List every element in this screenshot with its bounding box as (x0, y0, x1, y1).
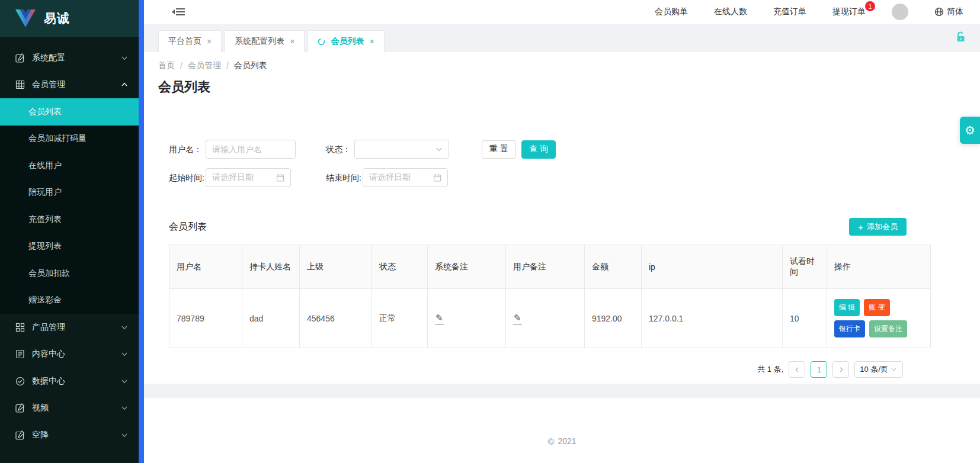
chevron-up-icon (121, 81, 128, 88)
sidebar-subitem-member-code-adjust[interactable]: 会员加减打码量 (0, 126, 139, 153)
plus-icon: + (858, 222, 863, 232)
tab-label: 平台首页 (168, 36, 201, 47)
chevron-down-icon (435, 146, 443, 153)
sidebar-scrollbar[interactable] (139, 0, 144, 463)
nav-member-orders[interactable]: 会员购单 (655, 7, 688, 17)
col-ip: ip (642, 245, 783, 289)
status-label: 状态： (326, 143, 354, 156)
sidebar-subitem-online-users[interactable]: 在线用户 (0, 152, 139, 179)
edit-pencil-icon[interactable]: ✎ (435, 313, 444, 324)
bank-card-button[interactable]: 银行卡 (834, 320, 865, 337)
tab-bar: 平台首页 × 系统配置列表 × 会员列表 × (144, 24, 980, 52)
breadcrumb: 首页 / 会员管理 / 会员列表 (158, 60, 966, 71)
submenu-label: 陪玩用户 (28, 187, 62, 198)
filter-row-1: 用户名： 状态： 重 置 查 询 (169, 140, 930, 159)
edit-square-icon (15, 53, 25, 63)
status-select[interactable] (354, 140, 449, 159)
check-circle-icon (15, 377, 25, 386)
prev-page-button[interactable] (789, 361, 805, 378)
sidebar-item-content-center[interactable]: 内容中心 (0, 341, 139, 368)
account-change-button[interactable]: 账 变 (864, 299, 889, 316)
sidebar-subitem-gift-bonus[interactable]: 赠送彩金 (0, 287, 139, 314)
sidebar-menu: 系统配置 会员管理 会员列表 会员加减打码量 在线用户 陪玩用户 充值 (0, 37, 139, 449)
filter-row-2: 起始时间: 请选择日期 结束时间: 请选择日期 (169, 168, 930, 187)
close-icon[interactable]: × (290, 37, 294, 46)
top-header: 会员购单 在线人数 充值订单 提现订单 1 简体 (144, 0, 980, 24)
tab-label: 系统配置列表 (235, 36, 284, 47)
page-number-button[interactable]: 1 (811, 361, 827, 378)
calendar-icon (276, 173, 284, 182)
cell-username: 789789 (169, 289, 242, 348)
filter-form: 用户名： 状态： 重 置 查 询 起 (169, 140, 930, 187)
menu-fold-icon[interactable] (172, 6, 186, 18)
cell-cardholder: dad (242, 289, 300, 348)
submenu-label: 充值列表 (28, 214, 62, 225)
chevron-down-icon (121, 404, 128, 411)
sidebar-item-member-management[interactable]: 会员管理 (0, 72, 139, 99)
cell-amount: 9192.00 (585, 289, 642, 348)
globe-icon (934, 7, 944, 17)
table-row: 789789 dad 456456 正常 ✎ ✎ 9192.00 127.0.0… (169, 289, 931, 348)
gear-icon: ⚙ (965, 123, 975, 137)
close-icon[interactable]: × (207, 37, 212, 46)
sidebar-item-product-management[interactable]: 产品管理 (0, 314, 139, 341)
document-icon (15, 349, 25, 359)
breadcrumb-member-management[interactable]: 会员管理 (188, 60, 221, 71)
tab-platform-home[interactable]: 平台首页 × (158, 30, 222, 52)
col-amount: 金额 (585, 245, 642, 289)
table-section-title: 会员列表 (169, 221, 207, 233)
sidebar-subitem-withdraw-list[interactable]: 提现列表 (0, 233, 139, 261)
col-parent: 上级 (300, 245, 372, 289)
close-icon[interactable]: × (369, 37, 374, 46)
col-system-remark: 系统备注 (428, 245, 506, 289)
sidebar-item-data-center[interactable]: 数据中心 (0, 368, 139, 395)
nav-online-count[interactable]: 在线人数 (714, 7, 747, 17)
username-input[interactable] (206, 140, 296, 159)
nav-recharge-orders[interactable]: 充值订单 (773, 7, 806, 17)
nav-withdraw-orders[interactable]: 提现订单 1 (832, 7, 866, 17)
edit-button[interactable]: 编 辑 (834, 299, 860, 316)
unlock-icon[interactable] (956, 31, 966, 42)
cell-system-remark: ✎ (428, 289, 506, 348)
sidebar-subitem-companion-users[interactable]: 陪玩用户 (0, 179, 139, 207)
sidebar-item-video[interactable]: 视频 (0, 395, 139, 422)
date-placeholder: 请选择日期 (369, 172, 433, 183)
user-avatar[interactable] (892, 4, 908, 20)
sidebar-item-system-config[interactable]: 系统配置 (0, 44, 139, 72)
table-section-header: 会员列表 + 添加会员 (169, 218, 930, 236)
next-page-button[interactable] (832, 361, 849, 378)
brand-logo: 易诚 (0, 0, 139, 37)
settings-gear-button[interactable]: ⚙ (960, 117, 980, 144)
tab-system-config-list[interactable]: 系统配置列表 × (225, 30, 305, 52)
language-switcher[interactable]: 简体 (934, 7, 963, 17)
breadcrumb-separator: / (226, 61, 229, 70)
page-footer: © 2021 (144, 398, 980, 463)
member-table: 用户名 持卡人姓名 上级 状态 系统备注 用户备注 金额 ip 试看时间 操作 (169, 245, 931, 348)
end-date-picker[interactable]: 请选择日期 (363, 168, 448, 187)
end-time-label: 结束时间: (326, 172, 363, 184)
set-remark-button[interactable]: 设置备注 (869, 320, 907, 337)
edit-square-icon (15, 430, 25, 440)
notification-badge: 1 (865, 1, 875, 11)
edit-pencil-icon[interactable]: ✎ (513, 313, 522, 324)
chevron-down-icon (121, 378, 128, 385)
chevron-down-icon (121, 351, 128, 358)
sidebar-item-airdrop[interactable]: 空降 (0, 422, 139, 449)
sidebar-subitem-member-add-deduct[interactable]: 会员加扣款 (0, 260, 139, 287)
refresh-icon[interactable] (318, 38, 325, 46)
tab-member-list[interactable]: 会员列表 × (308, 30, 384, 52)
add-member-button[interactable]: + 添加会员 (849, 218, 907, 236)
reset-button[interactable]: 重 置 (482, 140, 516, 159)
submenu-label: 会员加扣款 (28, 268, 70, 279)
cell-user-remark: ✎ (506, 289, 585, 348)
sidebar-subitem-member-list[interactable]: 会员列表 (0, 98, 139, 126)
search-button[interactable]: 查 询 (521, 140, 556, 159)
cell-ip: 127.0.0.1 (642, 289, 783, 348)
submenu-label: 会员列表 (28, 107, 62, 117)
breadcrumb-home[interactable]: 首页 (158, 60, 175, 71)
col-username: 用户名 (169, 245, 242, 289)
start-date-picker[interactable]: 请选择日期 (206, 168, 291, 187)
app-window: 易诚 系统配置 会员管理 (0, 0, 980, 463)
page-size-select[interactable]: 10 条/页 (854, 361, 903, 378)
sidebar-subitem-recharge-list[interactable]: 充值列表 (0, 206, 139, 233)
